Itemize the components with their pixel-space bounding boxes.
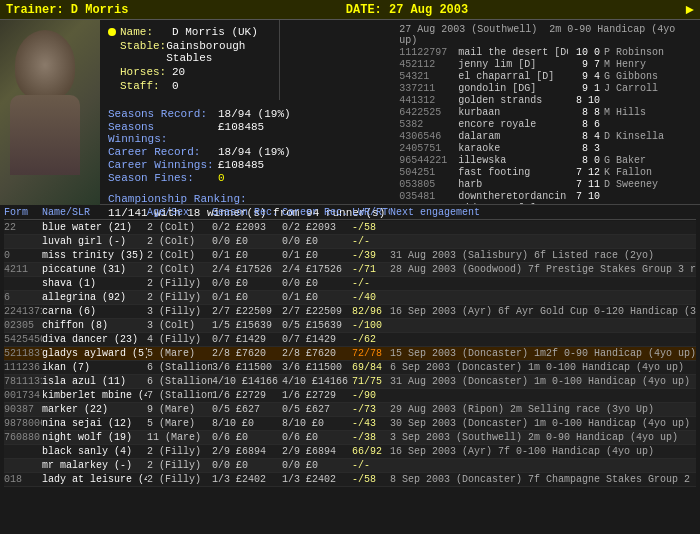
race-row: 11122797 mail the desert [DG] 10 0 P Rob… [399,47,694,58]
career-record-row: Career Record: 18/94 (19%) [108,146,385,158]
left-panel: Name: D Morris (UK) Stable: Gainsborough… [100,20,393,204]
race-pos: 8 3 [572,143,600,154]
race-row: 053805 harb 7 11 D Sweeney [399,179,694,190]
cell-name: nina sejai (12) [42,418,147,429]
cell-name: gladys aylward (5) [42,348,147,359]
name-label: Name: [120,26,172,38]
cell-lwr: -/- [352,460,390,471]
cell-form: 0 [4,250,42,261]
race-id: 053805 [399,179,454,190]
table-row[interactable]: 52118370 gladys aylward (5) 5 (Mare) 2/8… [4,347,696,361]
cell-season: 1/3 £2402 [212,474,282,485]
cell-career: 2/8 £7620 [282,348,352,359]
table-row[interactable]: luvah girl (-) 2 (Colt) 0/0 £0 0/0 £0 -/… [4,235,696,249]
cell-next [390,292,696,303]
cell-form: 760880 [4,432,42,443]
cell-career: 2/7 £22509 [282,306,352,317]
cell-lwr: -/- [352,278,390,289]
table-row[interactable]: 5425450 diva dancer (23) 4 (Filly) 0/7 £… [4,333,696,347]
table-row[interactable]: 4211 piccatune (31) 2 (Colt) 2/4 £17526 … [4,263,696,277]
cell-name: diva dancer (23) [42,334,147,345]
race-id: 4306546 [399,131,454,142]
cell-age: 2 (Filly) [147,278,212,289]
cell-season: 0/0 £0 [212,460,282,471]
table-row[interactable]: 02305 chiffon (8) 3 (Colt) 1/5 £15639 0/… [4,319,696,333]
career-record-label: Career Record: [108,146,218,158]
race-name: encore royale [458,119,568,130]
cell-form [4,460,42,471]
table-row[interactable]: black sanly (4) 2 (Filly) 2/9 £6894 2/9 … [4,445,696,459]
table-row[interactable]: 6 allegrina (92) 2 (Filly) 0/1 £0 0/1 £0… [4,291,696,305]
race-name: el chaparral [D] [458,71,568,82]
race-id: 2405751 [399,143,454,154]
table-row[interactable]: shava (1) 2 (Filly) 0/0 £0 0/0 £0 -/- [4,277,696,291]
races-panel: 27 Aug 2003 (Southwell) 2m 0-90 Handicap… [393,20,700,204]
cell-season: 0/1 £0 [212,250,282,261]
col-header-career: Career Rec. [282,207,352,218]
race-jockey: K Fallon [604,167,694,178]
race-jockey [604,191,694,202]
race-name: downtheretordancin [458,191,568,202]
race-row: 504251 fast footing 7 12 K Fallon [399,167,694,178]
race-id: 504251 [399,167,454,178]
cell-name: luvah girl (-) [42,236,147,247]
race-name: gondolin [DG] [458,83,568,94]
cell-next [390,320,696,331]
cell-form: 02305 [4,320,42,331]
arrow-button[interactable]: ► [686,2,694,18]
race-id: 337211 [399,83,454,94]
race-name: jenny lim [D] [458,59,568,70]
table-row[interactable]: 111236 ikan (7) 6 (Stallion) 3/6 £11500 … [4,361,696,375]
cell-lwr: -/38 [352,432,390,443]
race-row: 035481 downtheretordancin 7 10 [399,191,694,202]
cell-form: 4211 [4,264,42,275]
cell-next: 29 Aug 2003 (Ripon) 2m Selling race (3yo… [390,404,696,415]
cell-career: 0/0 £0 [282,460,352,471]
table-row[interactable]: 78111318 isla azul (11) 6 (Stallion) 4/1… [4,375,696,389]
cell-season: 2/4 £17526 [212,264,282,275]
cell-name: mr malarkey (-) [42,460,147,471]
cell-season: 4/10 £14166 [212,376,282,387]
stable-value: Gainsborough Stables [166,40,271,64]
cell-next: 31 Aug 2003 (Doncaster) 1m 0-100 Handica… [390,376,696,387]
race-row: 441312 golden strands 8 10 [399,95,694,106]
race-id: 96544221 [399,155,454,166]
cell-season: 0/0 £0 [212,278,282,289]
cell-season: 3/6 £11500 [212,362,282,373]
cell-career: 8/10 £0 [282,418,352,429]
cell-lwr: 82/96 [352,306,390,317]
cell-form: 5425450 [4,334,42,345]
table-row[interactable]: 22 blue water (21) 2 (Colt) 0/2 £2093 0/… [4,221,696,235]
trainer-photo [0,20,100,205]
cell-name: shava (1) [42,278,147,289]
race-name: illewska [458,155,568,166]
cell-season: 0/2 £2093 [212,222,282,233]
cell-form: 52118370 [4,348,42,359]
cell-form [4,236,42,247]
cell-age: 2 (Colt) [147,236,212,247]
table-row[interactable]: 2241371 carna (6) 3 (Filly) 2/7 £22509 2… [4,305,696,319]
cell-name: kimberlet mbine (4) [42,390,147,401]
race-row: 5382 encore royale 8 6 [399,119,694,130]
table-row[interactable]: 018 lady at leisure (47) 2 (Filly) 1/3 £… [4,473,696,487]
race-id: 54321 [399,71,454,82]
cell-age: 2 (Filly) [147,446,212,457]
cell-name: chiffon (8) [42,320,147,331]
table-row[interactable]: 90387 marker (22) 9 (Mare) 0/5 £627 0/5 … [4,403,696,417]
cell-lwr: -/58 [352,222,390,233]
cell-season: 2/8 £7620 [212,348,282,359]
season-fines-label: Season Fines: [108,172,218,184]
table-row[interactable]: 0 miss trinity (35) 2 (Colt) 0/1 £0 0/1 … [4,249,696,263]
table-row[interactable]: 760880 night wolf (19) 11 (Mare) 0/6 £0 … [4,431,696,445]
cell-form: 111236 [4,362,42,373]
seasons-record-value: 18/94 (19%) [218,108,291,120]
race-id: 11122797 [399,47,454,58]
cell-lwr: 69/84 [352,362,390,373]
cell-season: 2/9 £6894 [212,446,282,457]
table-row[interactable]: 987800650 nina sejai (12) 5 (Mare) 8/10 … [4,417,696,431]
table-row[interactable]: mr malarkey (-) 2 (Filly) 0/0 £0 0/0 £0 … [4,459,696,473]
table-row[interactable]: 001734 kimberlet mbine (4) 7 (Stallion) … [4,389,696,403]
horses-row: Horses: 20 [120,66,271,78]
cell-season: 0/5 £627 [212,404,282,415]
career-winnings-row: Career Winnings: £108485 [108,159,385,171]
